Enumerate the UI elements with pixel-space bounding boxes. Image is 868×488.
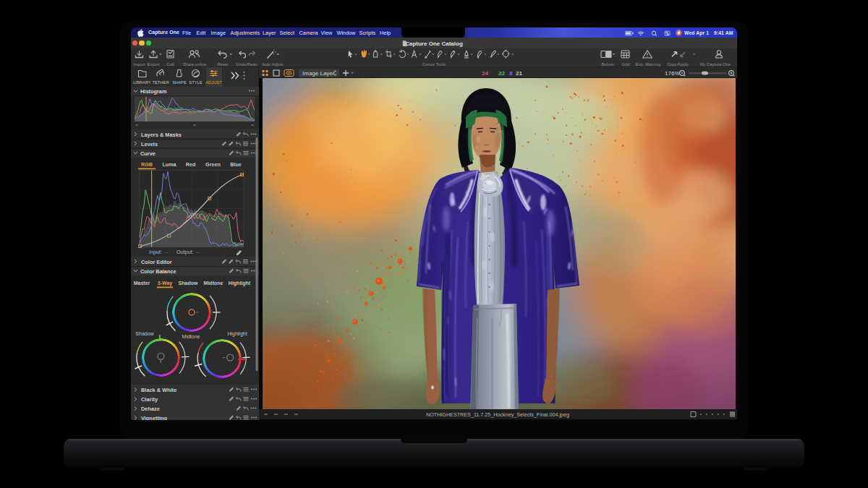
svg-text:8: 8 [509,70,513,77]
svg-text:21: 21 [516,70,522,77]
svg-text:176%: 176% [665,70,679,77]
svg-text:22: 22 [498,70,505,77]
svg-text:24: 24 [482,70,488,77]
svg-text:NOTHIGHESTRES_11.7.25_Hockney_: NOTHIGHESTRES_11.7.25_Hockney_Selects_Fi… [426,411,569,418]
svg-text:Image Layer: Image Layer [302,69,335,76]
